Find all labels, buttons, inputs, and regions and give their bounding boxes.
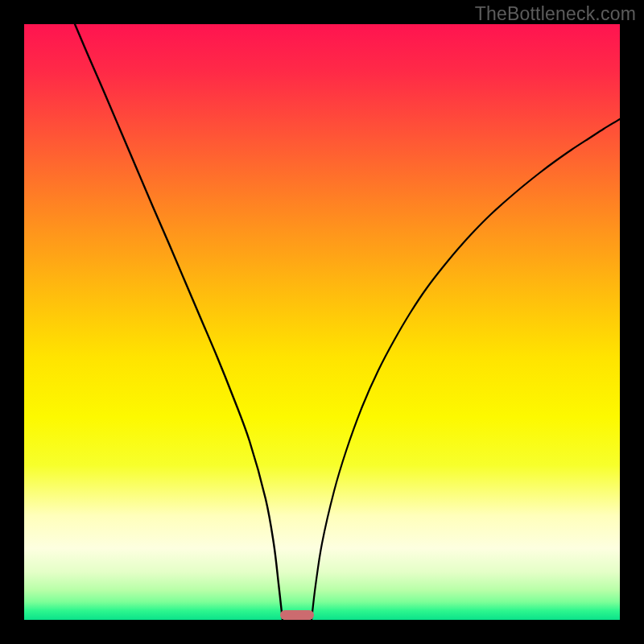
curve-layer <box>24 24 620 620</box>
plot-area <box>24 24 620 620</box>
curve-right-branch <box>312 119 620 620</box>
curve-left-branch <box>75 24 283 620</box>
minimum-marker <box>280 610 314 620</box>
chart-frame: TheBottleneck.com <box>0 0 644 644</box>
watermark-text: TheBottleneck.com <box>475 3 636 25</box>
